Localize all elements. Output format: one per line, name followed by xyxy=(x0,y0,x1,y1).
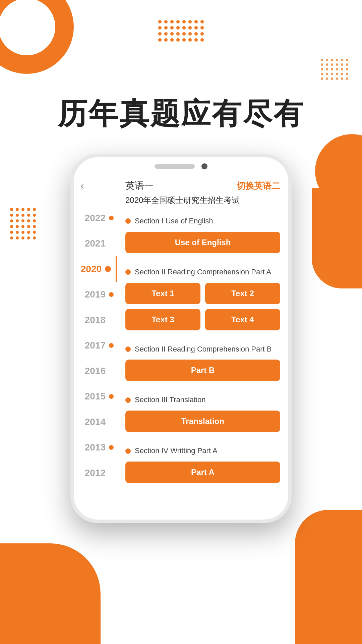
year-item-2018[interactable]: 2018 xyxy=(74,307,117,333)
section-btn-use-of-english[interactable]: Use of English xyxy=(125,232,280,253)
section-dot-section3 xyxy=(125,346,131,352)
section-title-section2: Section II Reading Comprehension Part A xyxy=(135,267,271,277)
phone-notch-bar xyxy=(74,157,288,173)
content-header: 英语一 切换英语二 2020年全国硕士研究生招生考试 xyxy=(117,173,288,209)
section-dot-section2 xyxy=(125,269,131,275)
phone-outer: ‹ 20222021202020192018201720162015201420… xyxy=(70,154,292,523)
section-block-section4: Section III TranslationTranslation xyxy=(117,388,288,439)
section-btn-text-1[interactable]: Text 1 xyxy=(125,283,200,304)
section-header-section5: Section IV Writting Part A xyxy=(125,446,280,456)
section-btn-part-a[interactable]: Part A xyxy=(125,462,280,483)
year-item-2021[interactable]: 2021 xyxy=(74,231,117,256)
app-content: ‹ 20222021202020192018201720162015201420… xyxy=(74,173,288,492)
section-title-section3: Section II Reading Comprehension Part B xyxy=(135,344,272,355)
section-block-section1: Section I Use of EnglishUse of English xyxy=(117,209,288,260)
phone-inner: ‹ 20222021202020192018201720162015201420… xyxy=(74,157,288,520)
phone-container: ‹ 20222021202020192018201720162015201420… xyxy=(0,154,362,523)
year-item-2012[interactable]: 2012 xyxy=(74,460,117,486)
btn-grid-section4: Translation xyxy=(125,411,280,432)
btn-grid-section3: Part B xyxy=(125,360,280,381)
section-block-section3: Section II Reading Comprehension Part BP… xyxy=(117,337,288,388)
section-dot-section4 xyxy=(125,397,131,403)
phone-speaker xyxy=(155,164,195,169)
main-content-area: 英语一 切换英语二 2020年全国硕士研究生招生考试 Section I Use… xyxy=(117,173,288,492)
year-item-2020[interactable]: 2020 xyxy=(74,256,117,282)
section-block-section5: Section IV Writting Part APart A xyxy=(117,439,288,490)
section-btn-translation[interactable]: Translation xyxy=(125,411,280,432)
section-dot-section5 xyxy=(125,448,131,454)
year-item-2015[interactable]: 2015 xyxy=(74,384,117,409)
exam-title: 2020年全国硕士研究生招生考试 xyxy=(125,195,280,206)
section-title-section5: Section IV Writting Part A xyxy=(135,446,218,456)
year-item-2017[interactable]: 2017 xyxy=(74,333,117,358)
section-header-section2: Section II Reading Comprehension Part A xyxy=(125,267,280,277)
exam-type-label: 英语一 xyxy=(125,179,154,192)
btn-grid-section1: Use of English xyxy=(125,232,280,253)
section-header-section3: Section II Reading Comprehension Part B xyxy=(125,344,280,355)
year-sidebar: 2022202120202019201820172016201520142013… xyxy=(74,199,117,492)
bg-orange-bottom-left xyxy=(0,543,101,644)
section-btn-text-4[interactable]: Text 4 xyxy=(205,309,280,330)
year-item-2019[interactable]: 2019 xyxy=(74,282,117,307)
section-title-section1: Section I Use of English xyxy=(135,216,213,226)
year-item-2014[interactable]: 2014 xyxy=(74,409,117,435)
bg-orange-bottom-right xyxy=(295,510,362,644)
hero-title: 历年真题应有尽有 xyxy=(0,0,362,134)
phone-camera xyxy=(201,163,207,169)
section-header-section4: Section III Translation xyxy=(125,395,280,405)
section-block-section2: Section II Reading Comprehension Part AT… xyxy=(117,260,288,337)
btn-grid-section2: Text 1Text 2Text 3Text 4 xyxy=(125,283,280,330)
year-item-2016[interactable]: 2016 xyxy=(74,358,117,384)
back-button[interactable]: ‹ xyxy=(74,173,117,199)
year-item-2022[interactable]: 2022 xyxy=(74,205,117,231)
section-btn-text-2[interactable]: Text 2 xyxy=(205,283,280,304)
btn-grid-section5: Part A xyxy=(125,462,280,483)
section-title-section4: Section III Translation xyxy=(135,395,206,405)
section-btn-text-3[interactable]: Text 3 xyxy=(125,309,200,330)
year-item-2013[interactable]: 2013 xyxy=(74,435,117,460)
section-dot-section1 xyxy=(125,218,131,224)
section-header-section1: Section I Use of English xyxy=(125,216,280,226)
sections-container: Section I Use of EnglishUse of EnglishSe… xyxy=(117,209,288,490)
section-btn-part-b[interactable]: Part B xyxy=(125,360,280,381)
switch-exam-button[interactable]: 切换英语二 xyxy=(237,180,280,192)
